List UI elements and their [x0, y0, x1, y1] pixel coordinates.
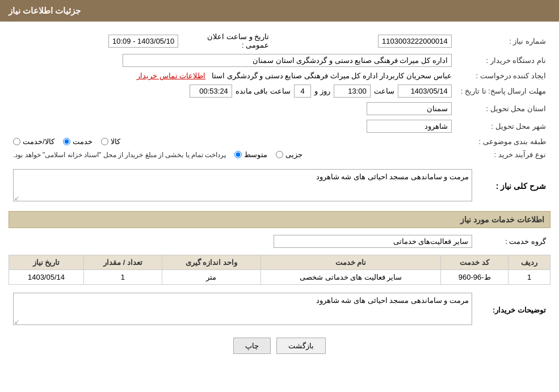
service-group-label: گروه خدمت : — [477, 233, 550, 250]
category-label: طبقه بندی موضوعی : — [456, 135, 550, 148]
general-desc-label: شرح کلی نیاز : — [477, 167, 550, 205]
process-radio-medium[interactable] — [234, 151, 242, 158]
general-desc-wrapper — [13, 169, 472, 203]
buyer-notes-row: توضیحات خریدار: — [9, 290, 550, 329]
category-radio-1[interactable] — [101, 138, 108, 145]
deadline-row: 1403/05/14 ساعت 13:00 روز و 4 ساعت باقی … — [13, 85, 452, 98]
cell-row-num: 1 — [508, 270, 550, 285]
general-desc-row: شرح کلی نیاز : — [9, 167, 550, 205]
process-note: پرداخت تمام یا بخشی از مبلغ خریدار از مح… — [13, 151, 226, 159]
table-row: مهلت ارسال پاسخ: تا تاریخ : 1403/05/14 س… — [9, 82, 550, 100]
process-label-medium: متوسط — [244, 150, 267, 159]
table-row: شهر محل تحویل : شاهرود — [9, 117, 550, 135]
buyer-notes-wrapper — [13, 293, 472, 327]
buyer-notes-textarea[interactable] — [13, 293, 472, 325]
buyer-org-label: نام دستگاه خریدار : — [456, 52, 550, 69]
announce-label: تاریخ و ساعت اعلان عمومی : — [183, 30, 274, 52]
buyer-org-value: اداره کل میراث فرهنگی صنایع دستی و گردشگ… — [123, 54, 452, 67]
col-service-code: کد خدمت — [441, 255, 508, 270]
cell-quantity: 1 — [83, 270, 162, 285]
category-radio-2[interactable] — [63, 138, 70, 145]
category-radio-group: کالا/خدمت خدمت کالا — [13, 137, 452, 146]
buyer-notes-label: توضیحات خریدار: — [477, 290, 550, 329]
page-wrapper: جزئیات اطلاعات نیاز شماره نیاز : 1103003… — [0, 0, 559, 392]
cell-service-name: سایر فعالیت های خدماتی شخصی — [260, 270, 440, 285]
response-deadline-label: مهلت ارسال پاسخ: تا تاریخ : — [456, 82, 550, 100]
remaining-label: ساعت باقی مانده — [236, 87, 291, 95]
col-unit: واحد اندازه گیری — [162, 255, 260, 270]
time-label: ساعت — [374, 87, 394, 95]
print-button[interactable]: چاپ — [233, 338, 271, 354]
process-label-small: جزیی — [285, 150, 302, 159]
category-option-1: کالا — [101, 137, 120, 146]
col-service-name: نام خدمت — [260, 255, 440, 270]
general-desc-textarea[interactable] — [13, 169, 472, 201]
table-row: 1 ط-96-960 سایر فعالیت های خدماتی شخصی م… — [9, 270, 550, 285]
process-label: نوع فرآیند خرید : — [456, 148, 550, 161]
table-header-row: ردیف کد خدمت نام خدمت واحد اندازه گیری ت… — [9, 255, 550, 270]
services-table-body: 1 ط-96-960 سایر فعالیت های خدماتی شخصی م… — [9, 270, 550, 285]
service-group-value: سایر فعالیت‌های خدماتی — [274, 235, 472, 248]
page-header: جزئیات اطلاعات نیاز — [0, 0, 559, 22]
col-quantity: تعداد / مقدار — [83, 255, 162, 270]
days-value: 4 — [294, 85, 311, 98]
table-row: شماره نیاز : 1103003222000014 تاریخ و سا… — [9, 30, 550, 52]
back-button[interactable]: بازگشت — [276, 338, 326, 354]
deadline-time: 13:00 — [334, 85, 371, 98]
process-radio-small[interactable] — [276, 151, 283, 158]
category-label-2: خدمت — [73, 137, 93, 146]
service-group-table: گروه خدمت : سایر فعالیت‌های خدماتی — [9, 233, 550, 250]
service-group-row: گروه خدمت : سایر فعالیت‌های خدماتی — [9, 233, 550, 250]
creator-label: ایجاد کننده درخواست : — [456, 69, 550, 82]
announce-value: 1403/05/10 - 10:09 — [108, 35, 178, 48]
process-option-small: جزیی — [276, 150, 302, 159]
category-option-3: کالا/خدمت — [13, 137, 54, 146]
cell-service-code: ط-96-960 — [441, 270, 508, 285]
need-number-value: 1103003222000014 — [378, 35, 452, 48]
need-number-label: شماره نیاز : — [456, 30, 550, 52]
process-option-medium: متوسط — [234, 150, 267, 159]
process-row: پرداخت تمام یا بخشی از مبلغ خریدار از مح… — [13, 150, 452, 159]
content-area: شماره نیاز : 1103003222000014 تاریخ و سا… — [0, 22, 559, 371]
col-row-num: ردیف — [508, 255, 550, 270]
table-row: ایجاد کننده درخواست : عباس سحریان کاربرد… — [9, 69, 550, 82]
city-value: شاهرود — [367, 120, 452, 133]
creator-contact-link[interactable]: اطلاعات تماس خریدار — [137, 71, 205, 80]
category-label-3: کالا/خدمت — [23, 137, 54, 146]
table-row: استان محل تحویل : سمنان — [9, 100, 550, 117]
general-desc-table: شرح کلی نیاز : — [9, 167, 550, 205]
cell-date: 1403/05/14 — [9, 270, 84, 285]
page-title: جزئیات اطلاعات نیاز — [9, 6, 81, 15]
services-section-title: اطلاعات خدمات مورد نیاز — [9, 211, 550, 228]
province-value: سمنان — [367, 102, 452, 115]
services-table-head: ردیف کد خدمت نام خدمت واحد اندازه گیری ت… — [9, 255, 550, 270]
city-label: شهر محل تحویل : — [456, 117, 550, 135]
button-row: بازگشت چاپ — [9, 338, 550, 363]
deadline-date: 1403/05/14 — [398, 85, 452, 98]
table-row: طبقه بندی موضوعی : کالا/خدمت خدمت کالا — [9, 135, 550, 148]
category-radio-3[interactable] — [13, 138, 20, 145]
creator-value: عباس سحریان کاربردار اداره کل میراث فرهن… — [212, 71, 452, 80]
category-option-2: خدمت — [63, 137, 93, 146]
main-info-table: شماره نیاز : 1103003222000014 تاریخ و سا… — [9, 30, 550, 161]
category-label-1: کالا — [111, 137, 120, 146]
days-label: روز و — [314, 87, 330, 95]
cell-unit: متر — [162, 270, 260, 285]
table-row: نوع فرآیند خرید : پرداخت تمام یا بخشی از… — [9, 148, 550, 161]
remaining-value: 00:53:24 — [190, 85, 232, 98]
province-label: استان محل تحویل : — [456, 100, 550, 117]
services-data-table: ردیف کد خدمت نام خدمت واحد اندازه گیری ت… — [9, 255, 550, 285]
table-row: نام دستگاه خریدار : اداره کل میراث فرهنگ… — [9, 52, 550, 69]
buyer-notes-table: توضیحات خریدار: — [9, 290, 550, 329]
col-date: تاریخ نیاز — [9, 255, 84, 270]
